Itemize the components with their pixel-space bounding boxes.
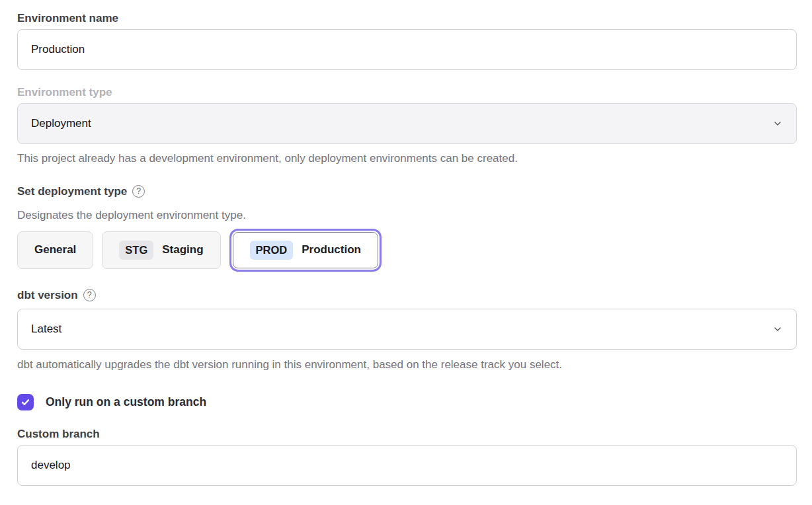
environment-name-label: Environment name — [17, 12, 797, 25]
deployment-type-option-general-label: General — [34, 243, 76, 256]
dbt-version-label: dbt version — [17, 288, 78, 302]
deployment-type-options: General STG Staging PROD Production — [17, 228, 797, 272]
dbt-version-select[interactable]: Latest — [17, 309, 797, 350]
environment-type-select[interactable]: Deployment — [17, 103, 797, 144]
dbt-version-heading: dbt version ? — [17, 288, 797, 302]
deployment-type-heading: Set deployment type ? — [17, 184, 797, 198]
deployment-type-heading-text: Set deployment type — [17, 184, 127, 198]
staging-badge: STG — [119, 241, 153, 260]
production-badge: PROD — [250, 241, 294, 260]
custom-branch-toggle-row: Only run on a custom branch — [17, 394, 797, 410]
environment-type-value: Deployment — [31, 117, 91, 130]
deployment-type-option-staging[interactable]: STG Staging — [102, 231, 220, 269]
dbt-version-value: Latest — [31, 323, 61, 336]
help-icon[interactable]: ? — [83, 289, 96, 301]
checkmark-icon — [20, 397, 30, 407]
deployment-type-option-general[interactable]: General — [17, 231, 93, 269]
environment-settings-form: Environment name Environment type Deploy… — [0, 0, 812, 486]
deployment-type-option-production-label: Production — [302, 243, 361, 256]
help-icon[interactable]: ? — [132, 185, 145, 198]
deployment-type-description: Designates the deployment environment ty… — [17, 209, 797, 222]
custom-branch-label: Custom branch — [17, 428, 797, 441]
custom-branch-checkbox[interactable] — [17, 394, 34, 410]
environment-type-helper: This project already has a development e… — [17, 152, 797, 165]
deployment-type-option-production[interactable]: PROD Production — [233, 232, 378, 268]
deployment-type-option-staging-label: Staging — [162, 243, 203, 256]
custom-branch-input[interactable] — [17, 445, 797, 486]
environment-name-input[interactable] — [17, 29, 797, 70]
environment-type-label: Environment type — [17, 86, 797, 99]
chevron-down-icon — [772, 324, 783, 334]
dbt-version-helper: dbt automatically upgrades the dbt versi… — [17, 358, 797, 371]
custom-branch-toggle-label[interactable]: Only run on a custom branch — [46, 395, 206, 409]
chevron-down-icon — [772, 118, 783, 129]
deployment-type-selected-ring: PROD Production — [229, 229, 382, 272]
